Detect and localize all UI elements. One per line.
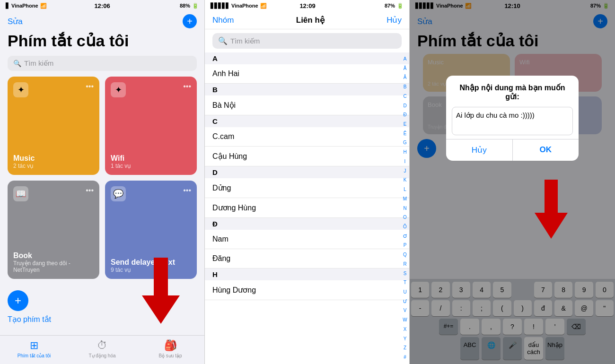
section-A: A Anh Hai xyxy=(205,52,409,84)
alpha-W[interactable]: W xyxy=(403,317,407,323)
contacts-search-placeholder: Tìm kiếm xyxy=(230,37,260,45)
contact-duong-hung[interactable]: Dương Hùng xyxy=(205,198,409,218)
tab-gallery[interactable]: 🎒 Bộ sưu tập xyxy=(136,339,204,358)
card-header-music: ✦ ••• xyxy=(13,82,94,97)
alpha-Z[interactable]: Z xyxy=(404,345,406,351)
wifi-card-name: Wifi xyxy=(111,154,191,163)
cancel-button-contacts[interactable]: Hủy xyxy=(387,15,402,25)
dialog-input[interactable]: Ai lớp du chu cà mo :))))) xyxy=(452,107,573,135)
contact-ba-noi[interactable]: Bà Nội xyxy=(205,95,409,115)
book-card-name: Book xyxy=(13,251,94,260)
alpha-U[interactable]: U xyxy=(403,289,406,295)
wifi-icon-2: 📶 xyxy=(260,3,267,9)
send-card-menu[interactable]: ••• xyxy=(183,186,191,195)
alpha-L[interactable]: L xyxy=(404,187,406,192)
status-bar-2: ▋▋▋▋▋ VinaPhone 📶 12:09 87% 🔋 xyxy=(205,0,409,11)
contact-anh-hai[interactable]: Anh Hai xyxy=(205,64,409,84)
gallery-tab-icon: 🎒 xyxy=(164,339,177,352)
add-shortcut-button[interactable]: + xyxy=(183,14,197,28)
alpha-Ư[interactable]: Ư xyxy=(403,299,407,304)
plus-icon: + xyxy=(187,16,193,27)
alpha-K[interactable]: K xyxy=(404,177,407,183)
red-arrow-1 xyxy=(142,258,180,324)
automation-tab-icon: ⏱ xyxy=(97,339,107,352)
dialog-ok-button[interactable]: OK xyxy=(513,139,579,161)
card-header-book: 📖 ••• xyxy=(13,186,94,201)
alpha-D[interactable]: D xyxy=(403,103,406,109)
alpha-P[interactable]: P xyxy=(404,243,407,248)
search-icon-1: 🔍 xyxy=(13,60,21,67)
section-header-C: C xyxy=(205,115,409,127)
alpha-Ơ[interactable]: Ơ xyxy=(403,234,407,239)
contact-dang[interactable]: Đăng xyxy=(205,249,409,269)
send-card-icon: 💬 xyxy=(111,186,126,201)
battery-icon-2: 🔋 xyxy=(397,3,404,9)
group-button[interactable]: Nhóm xyxy=(212,16,234,25)
alpha-N[interactable]: N xyxy=(403,206,406,211)
section-header-Đ: Đ xyxy=(205,218,409,230)
alpha-Y[interactable]: Y xyxy=(404,336,407,342)
alpha-O[interactable]: O xyxy=(403,215,407,220)
alpha-Đ[interactable]: Đ xyxy=(403,112,406,118)
music-card[interactable]: ✦ ••• Music 2 tác vụ xyxy=(8,77,99,175)
screen3-dialog: ▋▋▋▋▋ VinaPhone 📶 12:10 87% 🔋 Sửa + Phím… xyxy=(410,0,615,364)
card-footer-music: Music 2 tác vụ xyxy=(13,154,94,169)
contact-hung-duong[interactable]: Hùng Dương xyxy=(205,280,409,300)
alpha-X[interactable]: X xyxy=(404,327,407,332)
alpha-hash[interactable]: # xyxy=(404,355,406,360)
tab-automation[interactable]: ⏱ Tự động hóa xyxy=(68,339,136,358)
alpha-V[interactable]: V xyxy=(404,308,407,313)
card-footer-wifi: Wifi 1 tác vụ xyxy=(111,154,191,169)
shortcuts-grid: ✦ ••• Music 2 tác vụ ✦ ••• Wifi 1 tác vụ… xyxy=(0,77,204,279)
signal-icon: ▋ xyxy=(6,3,9,9)
card-header-send: 💬 ••• xyxy=(111,186,191,201)
screen1-shortcuts: ▋ VinaPhone 📶 12:06 88% 🔋 Sửa + Phím tắt… xyxy=(0,0,205,364)
contact-dung[interactable]: Dửng xyxy=(205,178,409,198)
alpha-Â[interactable]: Â xyxy=(404,75,407,80)
alpha-E[interactable]: E xyxy=(404,121,407,127)
carrier-1: ▋ VinaPhone 📶 xyxy=(6,3,47,9)
alpha-A[interactable]: A xyxy=(404,56,407,62)
wifi-card-sub: 1 tác vụ xyxy=(111,163,191,169)
search-bar-1[interactable]: 🔍 Tìm kiếm xyxy=(8,56,197,71)
alpha-Ê[interactable]: Ê xyxy=(404,131,407,137)
alpha-S[interactable]: S xyxy=(404,271,407,277)
contacts-search[interactable]: 🔍 Tìm kiếm xyxy=(212,33,402,49)
wifi-card-menu[interactable]: ••• xyxy=(183,82,191,91)
dialog-title: Nhập nội dung mà bạn muốn gửi: xyxy=(446,76,579,105)
alpha-Ă[interactable]: Ă xyxy=(404,66,407,71)
search-placeholder-1: Tìm kiếm xyxy=(24,59,53,68)
alpha-G[interactable]: G xyxy=(403,140,407,146)
book-card[interactable]: 📖 ••• Book Truyện đang theo dõi - NetTru… xyxy=(8,181,99,279)
alpha-J[interactable]: J xyxy=(404,168,406,174)
edit-button-1[interactable]: Sửa xyxy=(8,17,23,26)
contact-cau-hung[interactable]: Cậu Hùng xyxy=(205,147,409,166)
contact-ccam[interactable]: C.cam xyxy=(205,127,409,147)
music-card-menu[interactable]: ••• xyxy=(86,82,94,91)
alpha-H[interactable]: H xyxy=(403,149,406,155)
time-2: 12:09 xyxy=(299,2,315,9)
section-H: H Hùng Dương xyxy=(205,269,409,300)
section-header-H: H xyxy=(205,269,409,280)
dialog-overlay: Nhập nội dung mà bạn muốn gửi: Ai lớp du… xyxy=(410,0,615,364)
alpha-Ô[interactable]: Ô xyxy=(403,224,407,230)
alpha-R[interactable]: R xyxy=(403,261,406,267)
card-header-wifi: ✦ ••• xyxy=(111,82,191,97)
alpha-M[interactable]: M xyxy=(403,196,407,202)
alpha-C[interactable]: C xyxy=(403,94,406,99)
battery-1: 88% 🔋 xyxy=(180,3,199,9)
carrier-2: ▋▋▋▋▋ VinaPhone 📶 xyxy=(211,3,267,9)
alpha-T[interactable]: T xyxy=(404,280,406,286)
book-card-menu[interactable]: ••• xyxy=(86,186,94,195)
top-nav-1: Sửa + xyxy=(0,11,204,30)
card-footer-book: Book Truyện đang theo dõi - NetTruyen xyxy=(13,251,94,273)
battery-icon: 🔋 xyxy=(192,3,199,9)
wifi-card[interactable]: ✦ ••• Wifi 1 tác vụ xyxy=(105,77,197,175)
dialog-cancel-button[interactable]: Hủy xyxy=(446,139,513,161)
alpha-Q[interactable]: Q xyxy=(403,252,407,258)
tab-my-shortcuts[interactable]: ⊞ Phím tắt của tôi xyxy=(0,339,68,358)
alpha-B[interactable]: B xyxy=(404,84,407,90)
contact-nam[interactable]: Nam xyxy=(205,230,409,249)
alpha-I[interactable]: I xyxy=(404,159,406,165)
contacts-list: A Anh Hai B Bà Nội C C.cam Cậu Hùng D Dử… xyxy=(205,52,409,364)
